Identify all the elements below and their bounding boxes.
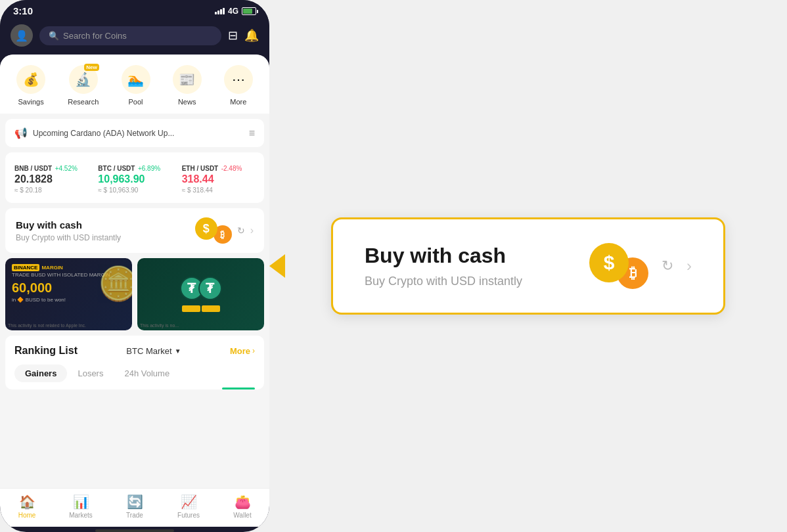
scan-icon[interactable]: ⊟ [228,28,238,43]
dropdown-arrow-icon[interactable]: ▼ [175,347,181,355]
refresh-icon: ↻ [237,225,245,236]
tab-gainers[interactable]: Gainers [14,365,67,382]
buy-cash-subtitle: Buy Crypto with USD instantly [16,233,121,242]
announcement-text: Upcoming Cardano (ADA) Network Up... [33,129,174,138]
highlighted-area: Buy with cash Buy Crypto with USD instan… [269,191,787,341]
action-news[interactable]: 📰 News [173,65,202,106]
search-box[interactable]: 🔍 Search for Coins [39,26,221,45]
tab-24h-volume[interactable]: 24h Volume [114,365,180,382]
status-bar: 3:10 4G [0,0,269,19]
announcement-bar[interactable]: 📢 Upcoming Cardano (ADA) Network Up... ≡ [5,119,264,147]
ticker-eth-price: 318.44 [182,173,255,185]
markets-icon: 📊 [73,494,89,510]
hcard-subtitle: Buy Crypto with USD instantly [365,275,522,288]
nav-markets-label: Markets [69,512,93,519]
ranking-tabs: Gainers Losers 24h Volume [14,365,255,382]
action-research-label: Research [68,98,99,106]
arrow-pointer [269,254,285,278]
ticker-eth[interactable]: ETH / USDT -2.48% 318.44 ≈ $ 318.44 [182,162,255,194]
search-icon: 🔍 [49,31,59,41]
action-savings-label: Savings [18,98,44,106]
buy-cash-card[interactable]: Buy with cash Buy Crypto with USD instan… [5,208,264,253]
ticker-bnb[interactable]: BNB / USDT +4.52% 20.1828 ≈ $ 20.18 [14,162,87,194]
btc-market-label: BTC Market [126,346,171,356]
ticker-btc-price: 10,963.90 [98,173,171,185]
announcement-icon: 📢 [14,127,28,139]
nav-home[interactable]: 🏠 Home [0,494,54,519]
promo-banners: BINANCEMARGIN TRADE BUSD WITH ISOLATED M… [5,258,264,330]
price-ticker: BNB / USDT +4.52% 20.1828 ≈ $ 20.18 BTC … [5,152,264,203]
ticker-btc[interactable]: BTC / USDT +6.89% 10,963.90 ≈ $ 10,963.9… [98,162,171,194]
highlighted-card[interactable]: Buy with cash Buy Crypto with USD instan… [331,217,725,315]
action-news-label: News [178,98,196,106]
nav-wallet[interactable]: 👛 Wallet [215,494,269,519]
futures-icon: 📈 [181,494,197,510]
ticker-btc-usd: ≈ $ 10,963.90 [98,187,171,194]
search-area: 👤 🔍 Search for Coins ⊟ 🔔 [0,19,269,55]
status-right: 4G [215,7,256,16]
ticker-eth-usd: ≈ $ 318.44 [182,187,255,194]
tab-indicator [222,388,255,389]
avatar[interactable]: 👤 [11,24,33,47]
phone-content: 💰 Savings 🔬 New Research 🏊 Pool 📰 News ⋯ [0,55,269,488]
action-pool-label: Pool [128,98,143,106]
trade-icon: 🔄 [127,494,143,510]
action-more-label: More [230,98,246,106]
nav-trade-label: Trade [126,512,143,519]
ticker-eth-pair: ETH / USDT [182,165,219,172]
ticker-eth-change: -2.48% [221,165,242,172]
ranking-header: Ranking List BTC Market ▼ More › [14,345,255,357]
green-coins-visual: ₮ ₮ [143,263,259,325]
tab-losers[interactable]: Losers [67,365,114,382]
savings-icon: 💰 [16,65,45,94]
nav-futures[interactable]: 📈 Futures [162,494,215,519]
ranking-title: Ranking List [14,345,78,357]
ticker-btc-change: +6.89% [138,165,160,172]
tab-indicator-row [14,388,255,389]
action-more[interactable]: ⋯ More [224,65,253,106]
action-savings[interactable]: 💰 Savings [16,65,45,106]
nav-trade[interactable]: 🔄 Trade [108,494,162,519]
nav-home-label: Home [18,512,36,519]
hcard-dollar-icon: $ [589,243,629,282]
quick-actions: 💰 Savings 🔬 New Research 🏊 Pool 📰 News ⋯ [0,55,269,114]
research-icon: 🔬 New [69,65,98,94]
nav-markets[interactable]: 📊 Markets [54,494,108,519]
action-pool[interactable]: 🏊 Pool [122,65,150,106]
ticker-bnb-usd: ≈ $ 20.18 [14,187,87,194]
ticker-btc-pair: BTC / USDT [98,165,135,172]
home-icon: 🏠 [19,494,35,510]
pool-icon: 🏊 [122,65,150,94]
bell-icon[interactable]: 🔔 [244,28,259,43]
status-time: 3:10 [13,5,33,16]
coin-icons: $ ₿ [195,217,232,244]
battery-icon [242,7,256,15]
tether-coin-icon-2: ₮ [198,277,222,300]
network-label: 4G [228,7,238,16]
hcard-title: Buy with cash [365,244,522,268]
buy-cash-title: Buy with cash [16,219,121,231]
chevron-right-icon: › [250,225,254,236]
wallet-icon: 👛 [235,494,251,510]
more-button[interactable]: More [230,346,250,356]
more-chevron-icon: › [252,346,255,355]
nav-futures-label: Futures [177,512,200,519]
hcard-chevron-icon[interactable]: › [686,257,692,275]
bottom-nav: 🏠 Home 📊 Markets 🔄 Trade 📈 Futures 👛 Wal… [0,488,269,527]
promo-disclaimer-2: This activity is no... [140,323,179,328]
signal-icon [215,8,225,14]
ticker-bnb-price: 20.1828 [14,173,87,185]
promo-disclaimer-1: This activity is not related to Apple In… [8,323,129,328]
action-research[interactable]: 🔬 New Research [68,65,99,106]
dollar-coin-icon: $ [195,217,217,240]
ranking-section: Ranking List BTC Market ▼ More › Gainers… [5,336,264,389]
list-icon[interactable]: ≡ [249,127,255,139]
home-indicator [95,529,174,532]
promo-banner-tether[interactable]: ₮ ₮ This activity is no... [137,258,264,330]
promo-banner-margin[interactable]: BINANCEMARGIN TRADE BUSD WITH ISOLATED M… [5,258,132,330]
phone-container: 3:10 4G 👤 🔍 Search for Coins ⊟ 🔔 [0,0,269,532]
gold-bars-visual [182,305,220,312]
hcard-coin-icons: $ ₿ [589,243,648,289]
coin-visual-icon: 🪙 [98,265,132,303]
more-icon: ⋯ [224,65,253,94]
